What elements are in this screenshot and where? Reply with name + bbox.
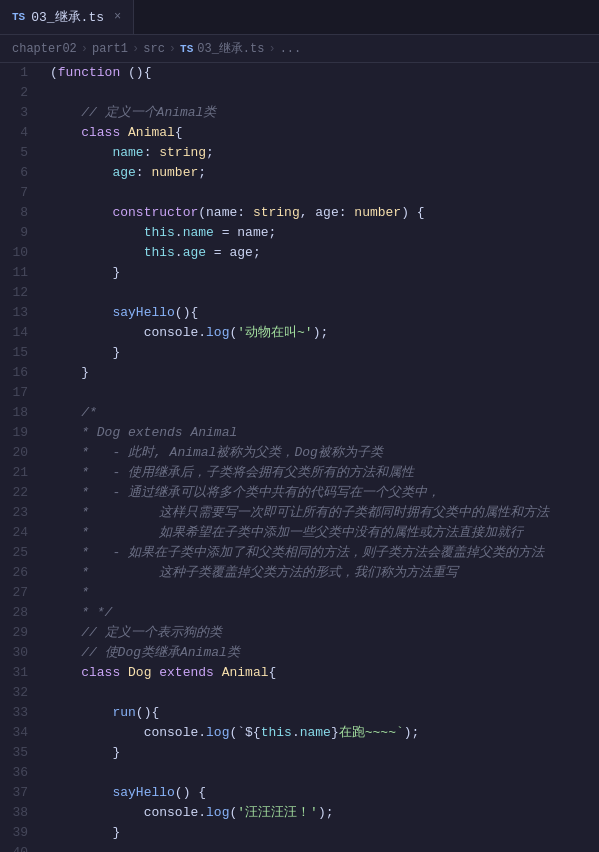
code-line xyxy=(50,763,599,783)
line-number: 20 xyxy=(0,443,32,463)
code-line xyxy=(50,83,599,103)
code-line: * 这样只需要写一次即可让所有的子类都同时拥有父类中的属性和方法 xyxy=(50,503,599,523)
code-line: * Dog extends Animal xyxy=(50,423,599,443)
code-line: this.name = name; xyxy=(50,223,599,243)
code-line: * 这种子类覆盖掉父类方法的形式，我们称为方法重写 xyxy=(50,563,599,583)
code-line xyxy=(50,183,599,203)
line-number: 18 xyxy=(0,403,32,423)
code-line: constructor(name: string, age: number) { xyxy=(50,203,599,223)
code-line: run(){ xyxy=(50,703,599,723)
code-line xyxy=(50,283,599,303)
breadcrumb-src: src xyxy=(143,42,165,56)
code-line: } xyxy=(50,743,599,763)
line-number: 14 xyxy=(0,323,32,343)
tab-close-button[interactable]: × xyxy=(114,10,121,24)
line-number: 27 xyxy=(0,583,32,603)
line-number: 13 xyxy=(0,303,32,323)
line-number: 37 xyxy=(0,783,32,803)
code-line: /* xyxy=(50,403,599,423)
code-line: * - 使用继承后，子类将会拥有父类所有的方法和属性 xyxy=(50,463,599,483)
line-number: 35 xyxy=(0,743,32,763)
line-number: 39 xyxy=(0,823,32,843)
code-line: console.log('汪汪汪汪！'); xyxy=(50,803,599,823)
code-line: sayHello(){ xyxy=(50,303,599,323)
line-number: 38 xyxy=(0,803,32,823)
line-number: 33 xyxy=(0,703,32,723)
breadcrumb-chapter: chapter02 xyxy=(12,42,77,56)
code-line: } xyxy=(50,823,599,843)
code-line: class Animal{ xyxy=(50,123,599,143)
tab-ts-icon: TS xyxy=(12,11,25,23)
line-numbers: 1234567891011121314151617181920212223242… xyxy=(0,63,42,852)
code-line: age: number; xyxy=(50,163,599,183)
line-number: 40 xyxy=(0,843,32,852)
line-number: 15 xyxy=(0,343,32,363)
line-number: 1 xyxy=(0,63,32,83)
breadcrumb-ts-icon: TS xyxy=(180,43,193,55)
tab-bar: TS 03_继承.ts × xyxy=(0,0,599,35)
breadcrumb-sep3: › xyxy=(169,42,176,56)
code-line: } xyxy=(50,263,599,283)
line-number: 16 xyxy=(0,363,32,383)
code-line: // 定义一个Animal类 xyxy=(50,103,599,123)
code-line: // 定义一个表示狗的类 xyxy=(50,623,599,643)
code-line xyxy=(50,843,599,852)
line-number: 2 xyxy=(0,83,32,103)
line-number: 32 xyxy=(0,683,32,703)
line-number: 12 xyxy=(0,283,32,303)
code-line: * 如果希望在子类中添加一些父类中没有的属性或方法直接加就行 xyxy=(50,523,599,543)
code-line: // 使Dog类继承Animal类 xyxy=(50,643,599,663)
line-number: 22 xyxy=(0,483,32,503)
code-line: * - 此时, Animal被称为父类，Dog被称为子类 xyxy=(50,443,599,463)
code-line: } xyxy=(50,363,599,383)
code-line: console.log(`${this.name}在跑~~~~`); xyxy=(50,723,599,743)
line-number: 5 xyxy=(0,143,32,163)
breadcrumb-ellipsis: ... xyxy=(280,42,302,56)
line-number: 23 xyxy=(0,503,32,523)
line-number: 7 xyxy=(0,183,32,203)
editor: 1234567891011121314151617181920212223242… xyxy=(0,63,599,852)
line-number: 36 xyxy=(0,763,32,783)
line-number: 28 xyxy=(0,603,32,623)
line-number: 17 xyxy=(0,383,32,403)
code-line: * xyxy=(50,583,599,603)
line-number: 3 xyxy=(0,103,32,123)
code-line xyxy=(50,383,599,403)
code-line: console.log('动物在叫~'); xyxy=(50,323,599,343)
line-number: 10 xyxy=(0,243,32,263)
line-number: 30 xyxy=(0,643,32,663)
code-area[interactable]: (function (){ // 定义一个Animal类 class Anima… xyxy=(42,63,599,852)
active-tab[interactable]: TS 03_继承.ts × xyxy=(0,0,134,34)
code-line: this.age = age; xyxy=(50,243,599,263)
line-number: 6 xyxy=(0,163,32,183)
line-number: 34 xyxy=(0,723,32,743)
line-number: 29 xyxy=(0,623,32,643)
breadcrumb-part: part1 xyxy=(92,42,128,56)
tab-label: 03_继承.ts xyxy=(31,8,104,26)
breadcrumb: chapter02 › part1 › src › TS 03_继承.ts › … xyxy=(0,35,599,63)
code-line: * */ xyxy=(50,603,599,623)
line-number: 8 xyxy=(0,203,32,223)
code-line: class Dog extends Animal{ xyxy=(50,663,599,683)
line-number: 24 xyxy=(0,523,32,543)
line-number: 19 xyxy=(0,423,32,443)
line-number: 9 xyxy=(0,223,32,243)
line-number: 31 xyxy=(0,663,32,683)
code-line xyxy=(50,683,599,703)
line-number: 26 xyxy=(0,563,32,583)
breadcrumb-file: 03_继承.ts xyxy=(197,40,264,57)
code-line: sayHello() { xyxy=(50,783,599,803)
breadcrumb-sep2: › xyxy=(132,42,139,56)
breadcrumb-sep4: › xyxy=(268,42,275,56)
breadcrumb-sep1: › xyxy=(81,42,88,56)
code-line: * - 如果在子类中添加了和父类相同的方法，则子类方法会覆盖掉父类的方法 xyxy=(50,543,599,563)
code-line: name: string; xyxy=(50,143,599,163)
line-number: 11 xyxy=(0,263,32,283)
code-line: (function (){ xyxy=(50,63,599,83)
code-line: } xyxy=(50,343,599,363)
line-number: 21 xyxy=(0,463,32,483)
line-number: 25 xyxy=(0,543,32,563)
code-line: * - 通过继承可以将多个类中共有的代码写在一个父类中， xyxy=(50,483,599,503)
line-number: 4 xyxy=(0,123,32,143)
